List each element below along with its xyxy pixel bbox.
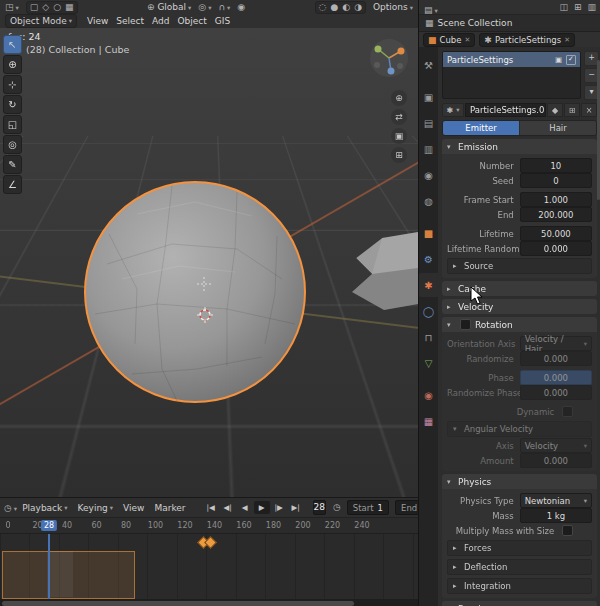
prev-keyframe-button[interactable]: ◀| <box>220 501 236 514</box>
tab-material[interactable]: ◉ <box>419 383 438 407</box>
panel-header-cache[interactable]: ▸Cache <box>442 281 597 296</box>
particle-system-list[interactable]: ParticleSettings ▣ ✓ <box>442 51 581 99</box>
dynamic-checkbox[interactable] <box>562 406 573 417</box>
pivot-point-dropdown[interactable]: ◎▾ <box>198 2 211 12</box>
tab-tool[interactable]: ⚒ <box>419 53 438 77</box>
physics-type-dropdown[interactable]: Newtonian▾ <box>520 493 592 508</box>
play-reverse-button[interactable]: ◀ <box>237 501 253 514</box>
mass-field[interactable]: 1 kg <box>520 508 592 523</box>
current-frame-field[interactable]: 28 <box>313 500 326 515</box>
timeline-menu-view[interactable]: View <box>118 503 149 513</box>
tab-particles[interactable]: ✱ <box>419 273 438 297</box>
tab-output[interactable]: ▤ <box>419 111 438 135</box>
breadcrumb-data-pill[interactable]: ✱ ParticleSettings ✕ <box>479 33 575 47</box>
transform-tool[interactable]: ◎ <box>3 135 22 154</box>
amount-field[interactable]: 0.000 <box>520 453 592 468</box>
menu-object[interactable]: Object <box>175 16 210 26</box>
options-dropdown[interactable]: Options▾ <box>373 2 413 12</box>
play-button[interactable]: ▶ <box>254 501 270 514</box>
show-viewport-checkbox[interactable]: ✓ <box>566 55 576 65</box>
close-icon[interactable]: ✕ <box>564 36 570 44</box>
emitter-toggle-button[interactable]: Emitter <box>443 121 519 135</box>
datablock-name-field[interactable]: ParticleSettings.004 <box>465 103 546 117</box>
tab-world[interactable]: ◍ <box>419 189 438 213</box>
sphere-object[interactable] <box>77 174 313 410</box>
axis-dropdown[interactable]: Velocity▾ <box>520 438 592 453</box>
mode-icon-3[interactable]: ○ <box>53 3 61 12</box>
tab-object[interactable]: ■ <box>419 221 438 245</box>
panel-header-emission[interactable]: ▾Emission <box>442 139 597 154</box>
panel-header-physics[interactable]: ▾Physics <box>442 474 597 489</box>
multiply-mass-with-size-checkbox[interactable] <box>562 525 573 536</box>
scale-tool[interactable]: ◱ <box>3 115 22 134</box>
camera-view-icon[interactable]: ▣ <box>391 128 407 144</box>
tab-scene[interactable]: ◉ <box>419 163 438 187</box>
orientation-axis-dropdown[interactable]: Velocity / Hair▾ <box>520 336 592 351</box>
timeline-menu-keying[interactable]: Keying▾ <box>73 503 119 513</box>
phase-field[interactable]: 0.000 <box>520 370 592 385</box>
editor-type-button[interactable]: ◳▾ <box>5 2 19 12</box>
randomize-field[interactable]: 0.000 <box>520 351 592 366</box>
tweak-select-tool[interactable]: ↖ <box>3 35 22 54</box>
measure-tool[interactable]: ∠ <box>3 175 22 194</box>
timeline-track-area[interactable] <box>0 534 418 599</box>
particle-system-slot[interactable]: ParticleSettings ▣ ✓ <box>443 52 580 67</box>
close-icon[interactable]: ✕ <box>464 36 470 44</box>
subpanel-header-deflection[interactable]: ▸Deflection <box>447 559 592 575</box>
tab-constraints[interactable]: ⊓ <box>419 325 438 349</box>
annotate-tool[interactable]: ✎ <box>3 155 22 174</box>
tab-physics[interactable]: ◯ <box>419 299 438 323</box>
mode-dropdown[interactable]: Object Mode▾ <box>5 14 77 28</box>
tab-modifiers[interactable]: ⚙ <box>419 247 438 271</box>
secondary-mesh-object[interactable] <box>344 226 418 316</box>
mode-icon-4[interactable]: ▦ <box>65 3 74 12</box>
browse-datablock-button[interactable]: ✱▾ <box>442 103 464 117</box>
zoom-icon[interactable]: ⊕ <box>391 90 407 106</box>
subpanel-header-source[interactable]: ▸Source <box>447 258 592 274</box>
move-tool[interactable]: ⊹ <box>3 75 22 94</box>
rotate-tool[interactable]: ↻ <box>3 95 22 114</box>
mode-icon-1[interactable]: ▢ <box>30 3 39 12</box>
end-field[interactable]: 200.000 <box>520 207 592 222</box>
panel-header-render[interactable]: ▾Render <box>442 601 597 606</box>
fake-user-button[interactable]: ◆ <box>547 103 563 117</box>
menu-add[interactable]: Add <box>149 16 172 26</box>
jump-start-button[interactable]: |◀ <box>203 501 219 514</box>
mode-icon-2[interactable]: ◇ <box>42 3 49 12</box>
breadcrumb-object-pill[interactable]: ■ Cube ✕ <box>423 33 475 47</box>
3d-viewport[interactable]: fps: 24 (28) Collection | Cube ↖⊕⊹↻◱◎✎∠ … <box>0 28 418 497</box>
jump-end-button[interactable]: ▶| <box>288 501 304 514</box>
tab-view-layer[interactable]: ▥ <box>419 137 438 161</box>
frame-start-field[interactable]: Start 1 <box>347 500 389 515</box>
shading-material-icon[interactable]: ◐ <box>342 3 350 12</box>
timeline-menu-marker[interactable]: Marker <box>149 503 190 513</box>
properties-editor-type-button[interactable]: ▤▾ <box>424 0 438 17</box>
next-keyframe-button[interactable]: |▶ <box>271 501 287 514</box>
panel-header-rotation[interactable]: ▾Rotation <box>442 317 597 332</box>
display-options-icon[interactable]: ⊞ <box>574 3 582 12</box>
subpanel-header-integration[interactable]: ▸Integration <box>447 578 592 594</box>
playhead-line[interactable] <box>48 534 50 599</box>
editor-menu-icon[interactable]: ▥ <box>587 3 596 12</box>
lifetime-randomn-field[interactable]: 0.000 <box>520 241 592 256</box>
timeline-menu-playback[interactable]: Playback▾ <box>17 503 72 513</box>
proportional-editing-icon[interactable]: ◉ <box>237 3 245 12</box>
timeline-editor-type-button[interactable]: ◷▾ <box>4 503 17 513</box>
cursor-tool[interactable]: ⊕ <box>3 55 22 74</box>
perspective-toggle-icon[interactable]: ⊞ <box>391 147 407 163</box>
gizmo-y-axis[interactable] <box>375 46 382 53</box>
hair-toggle-button[interactable]: Hair <box>519 121 596 135</box>
shading-rendered-icon[interactable]: ◑ <box>354 3 362 12</box>
rotation-enable-checkbox[interactable] <box>460 319 471 330</box>
subpanel-header-angular-velocity[interactable]: ▾Angular Velocity <box>447 421 592 437</box>
shading-wireframe-icon[interactable]: ◌ <box>319 3 327 12</box>
gizmo-z-axis[interactable] <box>388 68 395 75</box>
randomize-phase-field[interactable]: 0.000 <box>520 385 592 400</box>
tab-object-data[interactable]: ▽ <box>419 351 438 375</box>
tab-render[interactable]: ▣ <box>419 85 438 109</box>
current-frame-indicator[interactable]: 28 <box>41 520 57 531</box>
transform-orientation-dropdown[interactable]: ⊕ Global▾ <box>147 2 191 12</box>
pan-hand-icon[interactable]: ⇄ <box>391 109 407 125</box>
keying-clock-icon[interactable]: ◷ <box>333 503 341 512</box>
render-camera-icon[interactable]: ▣ <box>555 56 562 64</box>
